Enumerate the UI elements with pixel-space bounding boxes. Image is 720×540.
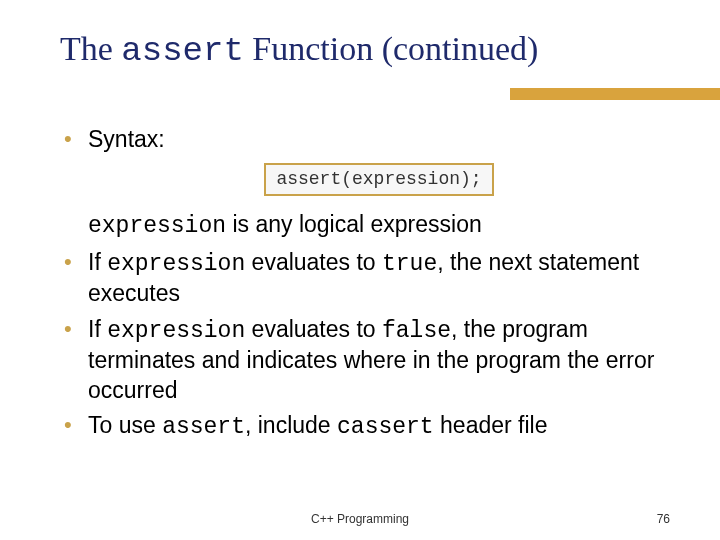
- bullet-false: If expression evaluates to false, the pr…: [60, 315, 670, 405]
- title-pre: The: [60, 30, 121, 67]
- b4-post: header file: [434, 412, 548, 438]
- b2-code1: expression: [107, 251, 245, 277]
- b3-mid: evaluates to: [245, 316, 382, 342]
- b4-code1: assert: [162, 414, 245, 440]
- sub-expression-line: expression is any logical expression: [60, 210, 670, 241]
- b3-pre: If: [88, 316, 107, 342]
- bullet-syntax: Syntax: assert(expression);: [60, 125, 670, 196]
- codebox-wrap: assert(expression);: [88, 162, 670, 196]
- b4-code2: cassert: [337, 414, 434, 440]
- b3-code2: false: [382, 318, 451, 344]
- accent-bar: [510, 88, 720, 100]
- slide: The assert Function (continued) Syntax: …: [0, 0, 720, 540]
- title-code: assert: [121, 32, 243, 70]
- b3-code1: expression: [107, 318, 245, 344]
- b2-pre: If: [88, 249, 107, 275]
- bullet-syntax-text: Syntax:: [88, 126, 165, 152]
- content-area: Syntax: assert(expression); expression i…: [60, 125, 670, 443]
- bullet-include: To use assert, include cassert header fi…: [60, 411, 670, 442]
- sub-code: expression: [88, 213, 226, 239]
- b4-pre: To use: [88, 412, 162, 438]
- b4-mid: , include: [245, 412, 337, 438]
- b2-code2: true: [382, 251, 437, 277]
- page-number: 76: [657, 512, 670, 526]
- bullet-true: If expression evaluates to true, the nex…: [60, 248, 670, 309]
- b2-mid: evaluates to: [245, 249, 382, 275]
- title-post: Function (continued): [244, 30, 539, 67]
- sub-post: is any logical expression: [226, 211, 482, 237]
- footer-text: C++ Programming: [0, 512, 720, 526]
- bullet-list-2: If expression evaluates to true, the nex…: [60, 248, 670, 443]
- codebox: assert(expression);: [264, 163, 493, 196]
- bullet-list: Syntax: assert(expression);: [60, 125, 670, 196]
- slide-title: The assert Function (continued): [60, 30, 670, 70]
